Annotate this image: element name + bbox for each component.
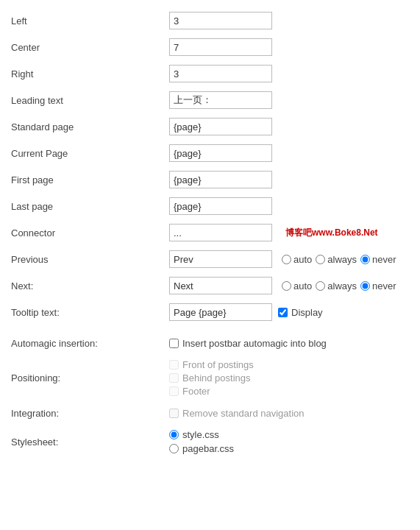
next-label: Next: xyxy=(11,280,169,292)
left-input[interactable] xyxy=(169,12,272,29)
automagic-label: Automagic insertion: xyxy=(11,338,169,349)
first-page-row: First page xyxy=(11,166,409,193)
right-label: Right xyxy=(11,68,169,80)
automagic-row: Automagic insertion: Insert postbar auto… xyxy=(11,331,409,355)
integration-label: Integration: xyxy=(11,408,169,419)
automagic-checkbox-text: Insert postbar automagic into blog xyxy=(182,338,327,349)
previous-always-radio[interactable] xyxy=(316,255,325,264)
next-never-label[interactable]: never xyxy=(360,280,396,292)
first-page-field xyxy=(169,171,409,188)
leading-text-field xyxy=(169,91,409,109)
next-auto-radio[interactable] xyxy=(282,281,291,291)
tooltip-display-checkbox[interactable] xyxy=(278,308,288,317)
left-label: Left xyxy=(11,15,169,26)
last-page-input[interactable] xyxy=(169,197,272,215)
right-row: Right xyxy=(11,60,409,87)
positioning-behind-checkbox xyxy=(169,373,179,383)
leading-text-label: Leading text xyxy=(11,95,169,106)
right-field xyxy=(169,65,409,82)
integration-field: Remove standard navigation xyxy=(169,408,409,419)
stylesheet-label: Stylesheet: xyxy=(11,437,169,448)
center-label: Center xyxy=(11,42,169,53)
standard-page-input[interactable] xyxy=(169,118,272,135)
positioning-behind: Behind postings xyxy=(169,372,254,384)
next-never-radio[interactable] xyxy=(360,281,370,291)
next-input[interactable] xyxy=(169,277,272,294)
tooltip-display-label[interactable]: Display xyxy=(278,307,323,318)
stylesheet-field: style.css pagebar.css xyxy=(169,429,409,454)
last-page-row: Last page xyxy=(11,193,409,219)
first-page-label: First page xyxy=(11,174,169,186)
tooltip-input[interactable] xyxy=(169,303,272,321)
current-page-field xyxy=(169,144,409,162)
connector-row: Connector 博客吧www.Boke8.Net xyxy=(11,219,409,246)
positioning-label: Positioning: xyxy=(11,372,169,384)
integration-checkbox xyxy=(169,409,179,418)
left-row: Left xyxy=(11,7,409,34)
next-always-label[interactable]: always xyxy=(316,280,357,292)
center-field xyxy=(169,38,409,56)
previous-radio-group: auto always never xyxy=(282,254,396,265)
next-radio-group: auto always never xyxy=(282,280,396,292)
positioning-section: Front of postings Behind postings Footer xyxy=(169,359,254,397)
standard-page-label: Standard page xyxy=(11,121,169,132)
standard-page-field xyxy=(169,118,409,135)
last-page-label: Last page xyxy=(11,201,169,212)
stylesheet-pagebar-label: pagebar.css xyxy=(182,443,234,454)
stylesheet-style-radio[interactable] xyxy=(169,430,179,439)
previous-field: auto always never xyxy=(169,250,409,268)
previous-never-label[interactable]: never xyxy=(360,254,396,265)
current-page-row: Current Page xyxy=(11,140,409,166)
watermark-text: 博客吧www.Boke8.Net xyxy=(285,227,378,239)
positioning-behind-label: Behind postings xyxy=(182,372,251,384)
automagic-checkbox[interactable] xyxy=(169,339,179,348)
previous-label: Previous xyxy=(11,254,169,265)
last-page-field xyxy=(169,197,409,215)
automagic-field: Insert postbar automagic into blog xyxy=(169,338,409,349)
stylesheet-row: Stylesheet: style.css pagebar.css xyxy=(11,425,409,459)
previous-always-label[interactable]: always xyxy=(316,254,357,265)
next-field: auto always never xyxy=(169,277,409,294)
stylesheet-pagebar-radio[interactable] xyxy=(169,444,179,453)
automagic-checkbox-label[interactable]: Insert postbar automagic into blog xyxy=(169,338,327,349)
tooltip-display-text: Display xyxy=(291,307,323,318)
current-page-input[interactable] xyxy=(169,144,272,162)
next-always-radio[interactable] xyxy=(316,281,325,291)
previous-row: Previous auto always never xyxy=(11,246,409,272)
tooltip-label: Tooltip text: xyxy=(11,307,169,318)
positioning-front-checkbox xyxy=(169,360,179,370)
connector-input[interactable] xyxy=(169,224,272,241)
positioning-footer-label: Footer xyxy=(182,386,210,397)
standard-page-row: Standard page xyxy=(11,113,409,140)
previous-auto-radio[interactable] xyxy=(282,255,291,264)
previous-auto-label[interactable]: auto xyxy=(282,254,312,265)
positioning-field: Front of postings Behind postings Footer xyxy=(169,359,409,397)
tooltip-field: Display xyxy=(169,303,409,321)
stylesheet-pagebar-css: pagebar.css xyxy=(169,443,234,454)
center-row: Center xyxy=(11,34,409,60)
stylesheet-style-label: style.css xyxy=(182,429,219,440)
positioning-footer: Footer xyxy=(169,386,254,397)
integration-checkbox-text: Remove standard navigation xyxy=(182,408,305,419)
connector-label: Connector xyxy=(11,227,169,239)
leading-text-row: Leading text xyxy=(11,87,409,113)
form-container: Left Center Right Leading text Standard … xyxy=(0,0,420,466)
left-field xyxy=(169,12,409,29)
previous-input[interactable] xyxy=(169,250,272,268)
connector-field: 博客吧www.Boke8.Net xyxy=(169,224,409,241)
center-input[interactable] xyxy=(169,38,272,56)
first-page-input[interactable] xyxy=(169,171,272,188)
right-input[interactable] xyxy=(169,65,272,82)
positioning-row: Positioning: Front of postings Behind po… xyxy=(11,355,409,401)
stylesheet-section: style.css pagebar.css xyxy=(169,429,234,454)
current-page-label: Current Page xyxy=(11,148,169,159)
stylesheet-style-css: style.css xyxy=(169,429,234,440)
positioning-footer-checkbox xyxy=(169,386,179,396)
next-auto-label[interactable]: auto xyxy=(282,280,312,292)
leading-text-input[interactable] xyxy=(169,91,272,109)
previous-never-radio[interactable] xyxy=(360,255,370,264)
tooltip-row: Tooltip text: Display xyxy=(11,299,409,325)
next-row: Next: auto always never xyxy=(11,272,409,299)
integration-checkbox-label: Remove standard navigation xyxy=(169,408,305,419)
integration-row: Integration: Remove standard navigation xyxy=(11,401,409,425)
